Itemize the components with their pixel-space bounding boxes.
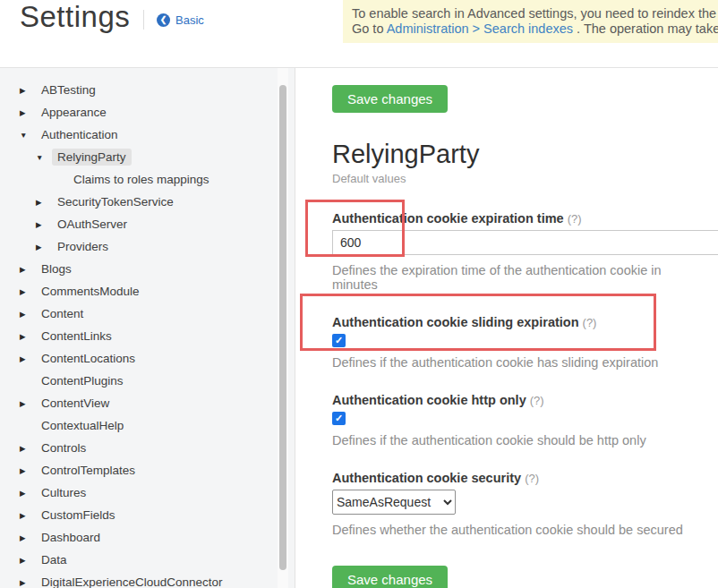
sidebar-item-label[interactable]: Dashboard: [36, 529, 106, 546]
help-icon[interactable]: (?): [530, 394, 544, 407]
sidebar-item-providers[interactable]: ▶Providers: [0, 235, 295, 258]
sidebar-item-abtesting[interactable]: ▶ABTesting: [0, 79, 295, 101]
chevron-right-icon[interactable]: ▶: [20, 533, 36, 542]
sidebar-item-label[interactable]: ControlTemplates: [36, 462, 141, 479]
sidebar-item-label[interactable]: OAuthServer: [52, 216, 132, 233]
chevron-right-icon[interactable]: ▶: [20, 86, 36, 95]
chevron-right-icon[interactable]: ▶: [20, 332, 36, 341]
chevron-right-icon[interactable]: ▶: [36, 220, 52, 229]
select-authentication-cookie-security[interactable]: SameAsRequest: [332, 490, 456, 515]
sidebar-item-label[interactable]: CommentsModule: [36, 283, 145, 300]
chevron-right-icon[interactable]: ▶: [20, 444, 36, 453]
chevron-down-icon[interactable]: ▼: [36, 153, 52, 162]
text-input-authentication-cookie-expiration-time[interactable]: [332, 230, 718, 255]
notice-line-1: To enable search in Advanced settings, y…: [352, 6, 718, 21]
page-title: Settings: [20, 0, 130, 34]
sidebar-item-authentication[interactable]: ▼Authentication: [0, 124, 295, 146]
sidebar-item-contentview[interactable]: ▶ContentView: [0, 392, 295, 414]
checkbox-authentication-cookie-http-only[interactable]: ✓: [332, 412, 346, 425]
sidebar-item-label[interactable]: Claims to roles mappings: [68, 171, 215, 188]
sidebar-item-label[interactable]: Controls: [36, 439, 91, 456]
notice-line-2-prefix: Go to: [352, 21, 387, 36]
sidebar-item-blogs[interactable]: ▶Blogs: [0, 258, 295, 280]
sidebar-item-appearance[interactable]: ▶Appearance: [0, 101, 295, 124]
sidebar-item-data[interactable]: ▶Data: [0, 549, 295, 571]
field-description: Defines if the authentication cookie sho…: [332, 433, 704, 447]
help-icon[interactable]: (?): [568, 212, 582, 226]
field-authentication-cookie-sliding-expiration: Authentication cookie sliding expiration…: [332, 315, 704, 370]
field-description: Defines whether the authentication cooki…: [332, 523, 704, 537]
sidebar-item-label[interactable]: ContentPlugins: [36, 372, 129, 389]
sidebar-item-label[interactable]: Blogs: [36, 260, 77, 277]
sidebar-item-label[interactable]: ContentView: [36, 395, 115, 412]
sidebar-item-label[interactable]: CustomFields: [36, 507, 121, 524]
checkbox-authentication-cookie-sliding-expiration[interactable]: ✓: [332, 334, 346, 347]
sidebar-item-dashboard[interactable]: ▶Dashboard: [0, 526, 295, 549]
field-label: Authentication cookie sliding expiration…: [332, 315, 704, 329]
search-indexes-link[interactable]: Administration > Search indexes: [387, 21, 573, 36]
sidebar-item-content[interactable]: ▶Content: [0, 303, 295, 325]
chevron-right-icon[interactable]: ▶: [20, 578, 36, 587]
sidebar-item-label[interactable]: DigitalExperienceCloudConnector: [36, 574, 228, 588]
field-description: Defines if the authentication cookie has…: [332, 355, 704, 370]
sidebar-item-claims-to-roles-mappings[interactable]: Claims to roles mappings: [0, 168, 295, 191]
notice-line-2-suffix: . The operation may take several minutes…: [573, 21, 718, 36]
chevron-right-icon[interactable]: ▶: [20, 466, 36, 475]
chevron-right-icon[interactable]: ▶: [20, 556, 36, 565]
sidebar-item-cultures[interactable]: ▶Cultures: [0, 481, 295, 504]
chevron-right-icon[interactable]: ▶: [20, 265, 36, 274]
sidebar-scrollbar-thumb[interactable]: [279, 85, 286, 570]
sidebar-item-commentsmodule[interactable]: ▶CommentsModule: [0, 280, 295, 303]
sidebar-item-label[interactable]: ContextualHelp: [36, 417, 129, 434]
sidebar-item-contextualhelp[interactable]: ContextualHelp: [0, 414, 295, 437]
chevron-right-icon[interactable]: ▶: [20, 108, 36, 117]
sidebar-item-label[interactable]: ABTesting: [36, 81, 101, 98]
sidebar-item-label[interactable]: Content: [36, 305, 89, 322]
sidebar-item-label[interactable]: Providers: [52, 238, 114, 255]
sidebar-item-controltemplates[interactable]: ▶ControlTemplates: [0, 459, 295, 481]
sidebar-item-label[interactable]: SecurityTokenService: [52, 193, 179, 210]
basic-link-label: Basic: [175, 13, 204, 27]
sidebar-item-label[interactable]: ContentLocations: [36, 350, 141, 367]
chevron-right-icon[interactable]: ▶: [20, 287, 36, 296]
sidebar-item-contentplugins[interactable]: ContentPlugins: [0, 370, 295, 392]
notice-line-2: Go to Administration > Search indexes . …: [352, 21, 718, 37]
help-icon[interactable]: (?): [525, 472, 539, 485]
chevron-right-icon[interactable]: ▶: [20, 310, 36, 319]
field-authentication-cookie-http-only: Authentication cookie http only (?)✓Defi…: [332, 393, 704, 447]
field-label: Authentication cookie expiration time (?…: [332, 211, 704, 226]
field-authentication-cookie-expiration-time: Authentication cookie expiration time (?…: [332, 211, 704, 292]
save-changes-button-bottom[interactable]: Save changes: [332, 566, 448, 588]
field-label: Authentication cookie security (?): [332, 471, 704, 485]
sidebar-item-label[interactable]: Cultures: [36, 484, 91, 501]
sidebar-tree: ▶ABTesting▶Appearance▼Authentication▼Rel…: [0, 68, 295, 588]
sidebar-item-digitalexperiencecloudconnector[interactable]: ▶DigitalExperienceCloudConnector: [0, 571, 295, 588]
sidebar-item-label[interactable]: Authentication: [36, 126, 124, 143]
sidebar-item-contentlinks[interactable]: ▶ContentLinks: [0, 325, 295, 347]
field-authentication-cookie-security: Authentication cookie security (?)SameAs…: [332, 471, 704, 537]
sidebar-item-label[interactable]: RelyingParty: [52, 149, 132, 166]
chevron-right-icon[interactable]: ▶: [20, 511, 36, 520]
main-content: Save changes RelyingParty Default values…: [296, 68, 718, 588]
chevron-right-icon[interactable]: ▶: [20, 399, 36, 408]
sidebar-item-relyingparty[interactable]: ▼RelyingParty: [0, 146, 295, 168]
basic-view-link[interactable]: ❮ Basic: [143, 10, 204, 30]
sidebar-item-contentlocations[interactable]: ▶ContentLocations: [0, 347, 295, 370]
sidebar-item-controls[interactable]: ▶Controls: [0, 437, 295, 459]
sidebar-item-label[interactable]: ContentLinks: [36, 328, 117, 345]
chevron-right-icon[interactable]: ▶: [36, 243, 52, 251]
sidebar-item-label[interactable]: Appearance: [36, 104, 112, 121]
chevron-right-icon[interactable]: ▶: [36, 198, 52, 207]
sidebar-item-customfields[interactable]: ▶CustomFields: [0, 504, 295, 526]
sidebar-item-securitytokenservice[interactable]: ▶SecurityTokenService: [0, 191, 295, 213]
save-changes-button-top[interactable]: Save changes: [332, 85, 448, 113]
chevron-right-icon[interactable]: ▶: [20, 354, 36, 363]
section-title: RelyingParty: [332, 140, 704, 169]
chevron-right-icon[interactable]: ▶: [20, 489, 36, 498]
sidebar-item-label[interactable]: Data: [36, 551, 73, 568]
sidebar-item-oauthserver[interactable]: ▶OAuthServer: [0, 213, 295, 235]
reindex-notice-banner: To enable search in Advanced settings, y…: [343, 0, 718, 43]
settings-form: Authentication cookie expiration time (?…: [332, 211, 704, 537]
help-icon[interactable]: (?): [583, 316, 597, 329]
chevron-down-icon[interactable]: ▼: [20, 131, 36, 140]
